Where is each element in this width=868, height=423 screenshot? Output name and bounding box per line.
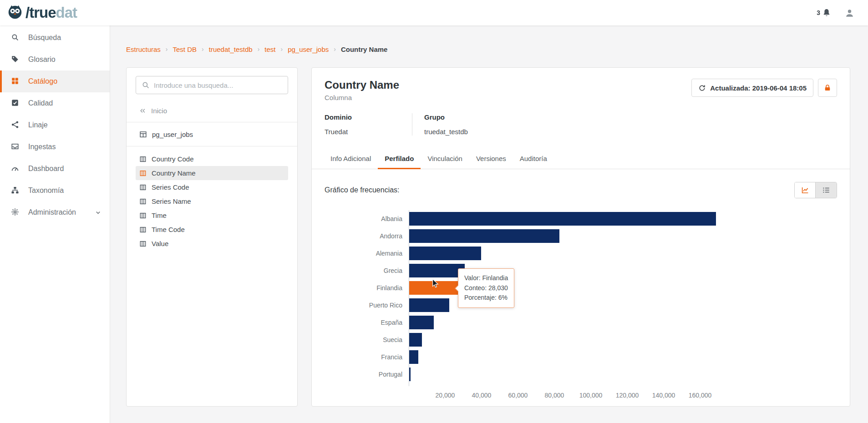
- column-item-time[interactable]: Time: [136, 208, 288, 222]
- gear-icon: [11, 208, 20, 217]
- bar-alemania[interactable]: [409, 247, 481, 260]
- logo-slash: /: [25, 4, 29, 21]
- chart-header: Gráfico de frecuencias:: [325, 182, 837, 198]
- breadcrumb-link-test[interactable]: test: [264, 45, 275, 53]
- detail-actions: Actualizada: 2019-06-04 18:05: [691, 79, 837, 97]
- sidebar-item-label: Linaje: [28, 121, 48, 129]
- bar-andorra[interactable]: [409, 229, 559, 243]
- logo-wordmark: /truedat: [25, 4, 77, 21]
- column-icon: [139, 184, 147, 191]
- chart-view-button[interactable]: [795, 182, 816, 198]
- structure-detail-panel: Country Name Columna Actualizada: 2019-0…: [311, 67, 850, 407]
- sitemap-icon: [11, 186, 20, 195]
- tab-versiones[interactable]: Versiones: [469, 149, 513, 169]
- cards-row: Inicio pg_user_jobs Country CodeCountry …: [126, 67, 850, 407]
- sidebar-item-taxonomia[interactable]: Taxonomía: [0, 180, 110, 201]
- tooltip-valor: Valor: Finlandia: [464, 273, 508, 283]
- bar-row: [409, 210, 837, 227]
- header-actions: 3: [817, 8, 854, 18]
- truedat-logo[interactable]: /truedat: [6, 3, 77, 22]
- bar-label-suecia: Suecia: [325, 331, 409, 348]
- column-label: Time: [152, 212, 167, 219]
- breadcrumb-link-pg-user-jobs[interactable]: pg_user_jobs: [288, 45, 329, 53]
- back-to-inicio[interactable]: Inicio: [136, 107, 288, 115]
- column-item-time-code[interactable]: Time Code: [136, 222, 288, 237]
- detail-tabs: Info AdicionalPerfiladoVinculaciónVersio…: [312, 149, 850, 169]
- bar-puerto-rico[interactable]: [409, 298, 449, 312]
- structure-search[interactable]: [136, 76, 288, 94]
- chart-category-labels: AlbaniaAndorraAlemaniaGreciaFinlandiaPue…: [325, 210, 409, 403]
- column-label: Country Name: [152, 169, 196, 177]
- lock-button[interactable]: [818, 79, 837, 97]
- refresh-updated-button[interactable]: Actualizada: 2019-06-04 18:05: [691, 79, 813, 97]
- bar-albania[interactable]: [409, 212, 716, 226]
- bell-icon: [822, 8, 831, 17]
- structure-search-input[interactable]: [154, 81, 282, 89]
- tab-perfilado[interactable]: Perfilado: [378, 149, 421, 169]
- tab-info-adicional[interactable]: Info Adicional: [324, 149, 378, 169]
- sidebar-item-busqueda[interactable]: Búsqueda: [0, 27, 110, 49]
- sidebar-item-calidad[interactable]: Calidad: [0, 92, 110, 114]
- dominio-value: Truedat: [325, 128, 412, 136]
- table-item-pg-user-jobs[interactable]: pg_user_jobs: [136, 122, 288, 146]
- bar-label-portugal: Portugal: [325, 366, 409, 383]
- breadcrumb: Estructuras›Test DB›truedat_testdb›test›…: [126, 45, 850, 54]
- tag-icon: [11, 55, 20, 64]
- chevron-down-icon[interactable]: [95, 209, 102, 216]
- column-label: Value: [152, 240, 168, 247]
- lock-icon: [823, 84, 832, 92]
- sidebar-item-ingestas[interactable]: Ingestas: [0, 136, 110, 158]
- column-label: Series Code: [152, 183, 189, 191]
- axis-tick: 100,000: [579, 392, 603, 399]
- axis-tick: 140,000: [652, 392, 675, 399]
- bar-portugal[interactable]: [409, 368, 411, 381]
- chart-view-toggle: [794, 182, 837, 198]
- column-item-country-name[interactable]: Country Name: [136, 166, 288, 180]
- sidebar-item-dashboard[interactable]: Dashboard: [0, 158, 110, 180]
- tab-auditoria[interactable]: Auditoría: [513, 149, 554, 169]
- title-block: Country Name Columna: [325, 79, 399, 101]
- column-item-series-name[interactable]: Series Name: [136, 194, 288, 208]
- bar-francia[interactable]: [409, 350, 418, 364]
- column-label: Series Name: [152, 197, 191, 205]
- line-chart-icon: [801, 186, 809, 194]
- breadcrumb-link-test-db[interactable]: Test DB: [173, 45, 197, 53]
- search-icon: [11, 33, 20, 42]
- bar-suecia[interactable]: [409, 333, 422, 347]
- bar-label-espana: España: [325, 314, 409, 331]
- chevrons-left-icon: [139, 107, 146, 114]
- user-menu-button[interactable]: [845, 8, 854, 18]
- list-view-button[interactable]: [816, 182, 837, 198]
- tooltip-conteo: Conteo: 28,030: [464, 283, 508, 293]
- column-label: Time Code: [152, 226, 185, 233]
- bar-espana[interactable]: [409, 316, 434, 329]
- axis-tick: 80,000: [545, 392, 564, 399]
- logo-text-bold: true: [29, 4, 56, 21]
- bar-grecia[interactable]: [409, 264, 465, 277]
- chart-x-axis: 20,00040,00060,00080,000100,000120,00014…: [409, 386, 837, 403]
- notifications-button[interactable]: 3: [817, 8, 831, 17]
- sidebar-item-administracion[interactable]: Administración: [0, 201, 110, 223]
- axis-tick: 120,000: [616, 392, 639, 399]
- grupo-block: Grupo truedat_testdb: [412, 113, 468, 136]
- table-icon: [139, 131, 147, 138]
- bar-label-puerto-rico: Puerto Rico: [325, 297, 409, 314]
- divider: [127, 146, 297, 146]
- sidebar-item-label: Dashboard: [28, 165, 64, 173]
- sidebar-item-glosario[interactable]: Glosario: [0, 49, 110, 70]
- bar-label-alemania: Alemania: [325, 245, 409, 262]
- breadcrumb-link-estructuras[interactable]: Estructuras: [126, 45, 161, 53]
- column-item-series-code[interactable]: Series Code: [136, 180, 288, 194]
- sidebar-item-catalogo[interactable]: Catálogo: [0, 70, 110, 92]
- sidebar-item-linaje[interactable]: Linaje: [0, 114, 110, 136]
- column-item-value[interactable]: Value: [136, 237, 288, 251]
- breadcrumb-separator: ›: [202, 45, 204, 53]
- column-icon: [139, 198, 147, 205]
- sidebar-nav: BúsquedaGlosarioCatálogoCalidadLinajeIng…: [0, 27, 110, 223]
- bar-label-andorra: Andorra: [325, 227, 409, 245]
- tab-vinculacion[interactable]: Vinculación: [421, 149, 469, 169]
- bar-label-francia: Francia: [325, 348, 409, 366]
- column-icon: [139, 226, 147, 233]
- breadcrumb-link-truedat-testdb[interactable]: truedat_testdb: [209, 45, 253, 53]
- column-item-country-code[interactable]: Country Code: [136, 152, 288, 166]
